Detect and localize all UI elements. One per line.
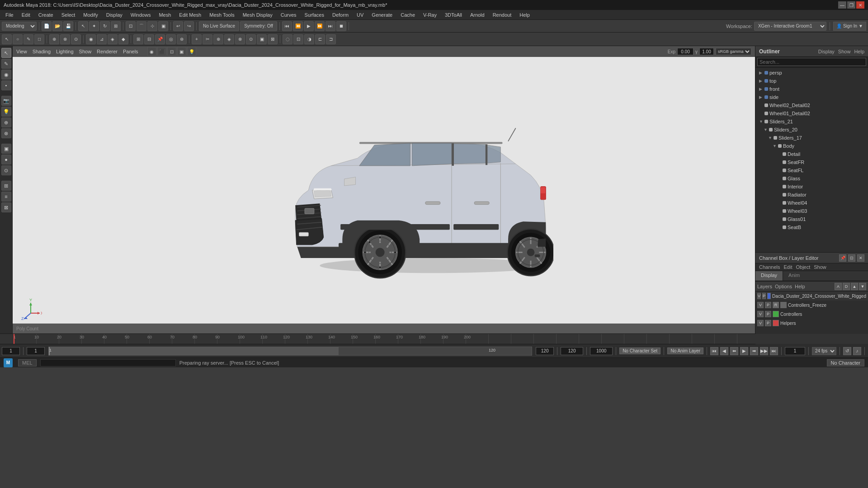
pin-btn[interactable]: 📌: [155, 34, 165, 44]
menu-windows[interactable]: Windows: [127, 11, 155, 19]
mode-selector[interactable]: Modeling Rigging Animation FX Rendering: [2, 22, 37, 31]
live-surface-btn[interactable]: No Live Surface: [199, 21, 239, 31]
menu-arnold[interactable]: Arnold: [467, 11, 488, 19]
select-mode-btn[interactable]: ↖: [1, 48, 11, 58]
rotate-pivot-btn[interactable]: ⊗: [60, 34, 70, 44]
layer-v-controllers[interactable]: V: [757, 311, 764, 317]
wireframe-btn[interactable]: ⊡: [293, 34, 303, 44]
range-start-input[interactable]: [27, 347, 45, 355]
tree-item-side[interactable]: ▶ side: [755, 93, 868, 101]
select-hierarchy-btn[interactable]: ↖: [2, 34, 12, 44]
max-frame-input2[interactable]: [590, 347, 613, 355]
paint-mode-btn[interactable]: ✎: [1, 59, 11, 69]
tree-item-glass01[interactable]: Glass01: [755, 215, 868, 223]
outliner-menu-help[interactable]: Help: [854, 49, 864, 54]
tree-item-seatb[interactable]: SeatB: [755, 223, 868, 231]
menu-display[interactable]: Display: [103, 11, 126, 19]
rivet-btn[interactable]: ◎: [166, 34, 176, 44]
cb-menu-object[interactable]: Object: [796, 264, 810, 270]
maximize-button[interactable]: ❐: [847, 1, 855, 9]
viewport-shading-btn[interactable]: ⬛: [157, 47, 166, 56]
menu-mesh[interactable]: Mesh: [155, 11, 175, 19]
snap-together-btn[interactable]: ⊞: [133, 34, 143, 44]
outliner-menu-display[interactable]: Display: [818, 49, 835, 54]
minimize-button[interactable]: —: [838, 1, 846, 9]
layer-p-freeze[interactable]: P: [765, 302, 771, 308]
lasso-select-btn[interactable]: ○: [13, 34, 23, 44]
tree-item-interior[interactable]: Interior: [755, 183, 868, 191]
tree-item-wheel03[interactable]: Wheel03: [755, 207, 868, 215]
paint-select-btn[interactable]: ✎: [24, 34, 33, 44]
audio-btn[interactable]: ♪: [853, 347, 861, 355]
select-tool-btn[interactable]: ↖: [78, 21, 88, 31]
new-scene-btn[interactable]: 📄: [42, 21, 52, 31]
viewport-menu-panels[interactable]: Panels: [123, 49, 138, 54]
poly-sphere-btn[interactable]: ●: [1, 155, 11, 164]
cb-menu-edit[interactable]: Edit: [783, 264, 792, 270]
menu-curves[interactable]: Curves: [277, 11, 300, 19]
closestpoint-btn[interactable]: ⊛: [177, 34, 187, 44]
colorspace-selector[interactable]: sRGB gamma: [716, 48, 751, 55]
layer-row-controllers[interactable]: V P Controllers: [755, 310, 868, 319]
tree-item-persp[interactable]: ▶ persp: [755, 69, 868, 77]
grid-vis-btn[interactable]: ⊞: [1, 181, 11, 191]
tree-item-sliders20[interactable]: ▼ Sliders_20: [755, 126, 868, 134]
menu-modify[interactable]: Modify: [80, 11, 101, 19]
tree-item-body[interactable]: ▼ Body: [755, 142, 868, 150]
menu-mesh-tools[interactable]: Mesh Tools: [206, 11, 238, 19]
menu-file[interactable]: File: [2, 11, 17, 19]
menu-edit-mesh[interactable]: Edit Mesh: [175, 11, 205, 19]
layer-p-controllers[interactable]: P: [765, 311, 771, 317]
prev-frame-btn[interactable]: ◀: [720, 347, 728, 355]
layer-p-dacia[interactable]: P: [762, 293, 766, 299]
step-back-key-btn[interactable]: ⬅: [730, 347, 738, 355]
retopo-btn[interactable]: ⊠: [268, 34, 278, 44]
step-back-btn[interactable]: ⏪: [293, 21, 303, 31]
channel-pin-btn[interactable]: 📌: [839, 254, 846, 262]
poly-cyl-btn[interactable]: ⊙: [1, 165, 11, 175]
script-type-toggle[interactable]: MEL: [18, 359, 37, 366]
tree-item-front[interactable]: ▶ front: [755, 85, 868, 93]
viewport-light-btn[interactable]: 💡: [187, 47, 196, 56]
rotate-tool-btn[interactable]: ↻: [100, 21, 110, 31]
step-fwd-btn[interactable]: ⏩: [315, 21, 325, 31]
menu-create[interactable]: Create: [35, 11, 57, 19]
select-region-btn[interactable]: □: [34, 34, 44, 44]
fps-selector[interactable]: 24 fps 30 fps 60 fps: [812, 347, 836, 355]
tree-item-wheel01-detail02[interactable]: Wheel01_Detail02: [755, 109, 868, 117]
menu-generate[interactable]: Generate: [368, 11, 396, 19]
ik-btn[interactable]: ⊗: [1, 128, 11, 138]
align-btn[interactable]: ⊟: [144, 34, 154, 44]
layer-row-dacia[interactable]: V P Dacia_Duster_2024_Crossover_White_Ri…: [755, 291, 868, 300]
channel-close-btn[interactable]: ✕: [857, 254, 864, 262]
target-btn[interactable]: ⊐: [326, 34, 336, 44]
weld-btn[interactable]: ◈: [224, 34, 234, 44]
xray-btn[interactable]: ◌: [283, 34, 292, 44]
layer-menu-options[interactable]: Options: [775, 284, 792, 289]
gamma-input[interactable]: [699, 48, 714, 55]
workspace-selector[interactable]: XGen - Interactive Groom1: [754, 22, 826, 31]
outliner-menu-show[interactable]: Show: [838, 49, 851, 54]
viewport-camera-btn[interactable]: ◉: [147, 47, 156, 56]
symmetry-btn[interactable]: Symmetry: Off: [240, 21, 277, 31]
save-scene-btn[interactable]: 💾: [63, 21, 73, 31]
menu-uv[interactable]: UV: [353, 11, 367, 19]
menu-mesh-display[interactable]: Mesh Display: [239, 11, 276, 19]
menu-help[interactable]: Help: [516, 11, 533, 19]
undo-btn[interactable]: ↩: [173, 21, 183, 31]
detach-btn[interactable]: ⊙: [246, 34, 256, 44]
snap-curve-btn[interactable]: ⌒: [137, 21, 146, 31]
no-character-badge[interactable]: No Character: [827, 359, 864, 366]
layer-r-freeze[interactable]: R: [773, 302, 779, 308]
viewport-texture-btn[interactable]: ▣: [177, 47, 186, 56]
layer-new-display-btn[interactable]: D: [843, 283, 850, 290]
menu-select[interactable]: Select: [58, 11, 79, 19]
sign-in-button[interactable]: 👤 Sign In ▼: [833, 22, 866, 31]
tree-item-top[interactable]: ▶ top: [755, 77, 868, 85]
light-btn[interactable]: 💡: [1, 107, 11, 117]
tree-item-sliders21[interactable]: ▼ Sliders_21: [755, 117, 868, 126]
frame-counter[interactable]: [785, 347, 805, 355]
layer-row-helpers[interactable]: V P Helpers: [755, 319, 868, 328]
menu-surfaces[interactable]: Surfaces: [301, 11, 328, 19]
viewport-menu-view[interactable]: View: [16, 49, 27, 54]
